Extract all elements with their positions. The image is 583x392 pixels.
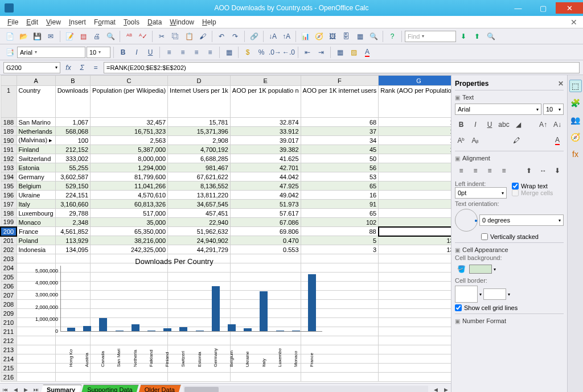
menu-data[interactable]: Data (143, 17, 166, 27)
cell[interactable]: 10 (379, 145, 451, 154)
cell-reference-box[interactable]: G200▾ (3, 62, 60, 73)
cell[interactable] (301, 373, 379, 382)
sidebar-close-icon[interactable]: ✕ (558, 80, 564, 88)
orientation-degrees[interactable]: 0 degrees▾ (479, 214, 564, 226)
preview-icon[interactable]: 🔍 (104, 30, 117, 43)
cell[interactable] (55, 373, 90, 382)
cell[interactable]: 11,041,266 (91, 181, 168, 191)
row-header[interactable]: 196 (1, 191, 17, 200)
row-header[interactable]: 210 (1, 318, 17, 327)
autospell-icon[interactable]: ᴬ✓ (137, 30, 149, 43)
hscroll-left-icon[interactable]: ◀ (430, 385, 441, 393)
cell[interactable]: 224,151 (55, 191, 90, 200)
cell[interactable]: 517,000 (91, 209, 168, 218)
cell[interactable]: 60,813,326 (91, 200, 168, 209)
sb-shrink-font-icon[interactable]: A↓ (551, 118, 564, 131)
row-header[interactable]: 203 (1, 254, 17, 263)
deck-styles-icon[interactable]: 🧩 (569, 97, 582, 109)
cell[interactable]: 2,563 (91, 136, 168, 145)
show-grid-checkbox[interactable]: Show cell grid lines (455, 304, 564, 311)
col-G[interactable]: G (379, 76, 451, 86)
sheet-tab-older[interactable]: Older Data (138, 385, 181, 393)
cell[interactable]: 32,457 (91, 118, 168, 127)
sb-sub-icon[interactable]: Aᵦ (469, 134, 482, 147)
section-cell-appearance[interactable]: Cell Appearance (455, 245, 564, 254)
row-header[interactable]: 202 (1, 245, 17, 254)
row-header[interactable]: 188 (1, 118, 17, 127)
merge-icon[interactable]: ▦ (223, 46, 235, 59)
row-header[interactable]: 214 (1, 354, 17, 364)
borders-icon[interactable]: ▦ (334, 46, 346, 59)
cell[interactable]: 65,350,000 (91, 227, 168, 236)
cell[interactable]: 5,387,000 (91, 145, 168, 154)
sb-strike-icon[interactable]: abc (498, 118, 510, 131)
row-header[interactable]: 199 (1, 218, 17, 227)
align-right-icon[interactable]: ≡ (190, 46, 203, 59)
cell[interactable]: Finland (17, 145, 55, 154)
row-header[interactable]: 207 (1, 291, 17, 300)
gallery-icon[interactable]: 🖼 (326, 30, 339, 43)
cell[interactable]: 242,325,000 (91, 245, 168, 254)
col-A[interactable]: A (17, 76, 55, 86)
cell[interactable]: Switzerland (17, 154, 55, 163)
cell[interactable]: 55,255 (55, 163, 90, 172)
row-header[interactable]: 204 (1, 263, 17, 273)
sb-valign-mid-icon[interactable]: ↔ (537, 164, 549, 177)
cell[interactable]: 100 (55, 136, 90, 145)
cell[interactable]: 68 (301, 118, 379, 127)
help-icon[interactable]: ? (386, 30, 399, 43)
format-paint-icon[interactable]: 🖌 (196, 30, 209, 43)
row-header[interactable]: 194 (1, 172, 17, 181)
section-number-format[interactable]: Number Format (455, 316, 564, 325)
inc-indent-icon[interactable]: ⇥ (315, 46, 327, 59)
cell[interactable]: 24,940,902 (168, 236, 231, 245)
sb-align-center-icon[interactable]: ≡ (469, 164, 482, 177)
cut-icon[interactable]: ✂ (155, 30, 168, 43)
menu-format[interactable]: Format (90, 17, 120, 27)
cell[interactable]: 53 (301, 172, 379, 181)
cell[interactable]: 56 (301, 163, 379, 172)
cell[interactable]: 333,002 (55, 154, 90, 163)
cell[interactable]: 8 (379, 163, 451, 172)
row-header[interactable]: 197 (1, 200, 17, 209)
cell[interactable]: 0.553 (230, 245, 301, 254)
cell[interactable]: 49.042 (230, 191, 301, 200)
cell[interactable]: Estonia (17, 163, 55, 172)
sort-desc-icon[interactable]: ↑A (280, 30, 293, 43)
col-B[interactable]: B (55, 76, 90, 86)
find-prev-icon[interactable]: ⬇ (457, 30, 470, 43)
undo-icon[interactable]: ↶ (215, 30, 228, 43)
cell[interactable]: Rank (AOO per Population) (379, 86, 451, 118)
add-decimal-icon[interactable]: .0→ (269, 46, 281, 59)
wrap-text-checkbox[interactable]: Wrap text (512, 183, 564, 189)
cell[interactable]: 2 (379, 218, 451, 227)
remove-decimal-icon[interactable]: ←.0 (282, 46, 295, 59)
cell[interactable]: Poland (17, 236, 55, 245)
hyperlink-icon[interactable]: 🔗 (248, 30, 260, 43)
col-E[interactable]: E (230, 76, 301, 86)
sb-bold-icon[interactable]: B (455, 118, 467, 131)
cell[interactable]: 34,657,545 (168, 200, 231, 209)
cell[interactable]: 15,371,396 (168, 127, 231, 136)
paste-icon[interactable]: 📋 (183, 30, 195, 43)
copy-icon[interactable]: ⿻ (169, 30, 182, 43)
border-style[interactable] (483, 288, 506, 300)
row-header[interactable]: 212 (1, 336, 17, 345)
cell[interactable] (379, 327, 451, 336)
email-icon[interactable]: ✉ (44, 30, 57, 43)
function-wizard-icon[interactable]: fx (63, 62, 74, 73)
sb-underline-icon[interactable]: U (483, 118, 496, 131)
cell[interactable]: Netherlands (17, 127, 55, 136)
cell[interactable]: 37 (301, 127, 379, 136)
cell[interactable]: 2,348 (55, 218, 90, 227)
cell[interactable]: 8,000,000 (91, 154, 168, 163)
fontcolor-icon[interactable]: A (361, 46, 373, 59)
find-input[interactable]: Find▾ (405, 31, 456, 42)
zoom-icon[interactable]: 🔍 (367, 30, 380, 43)
cell[interactable]: 65 (301, 209, 379, 218)
navigator-icon[interactable]: 🧭 (313, 30, 325, 43)
col-C[interactable]: C (91, 76, 168, 86)
cell[interactable]: 41.625 (230, 154, 301, 163)
cell[interactable]: 5 (379, 191, 451, 200)
cell[interactable]: Belgium (17, 181, 55, 191)
